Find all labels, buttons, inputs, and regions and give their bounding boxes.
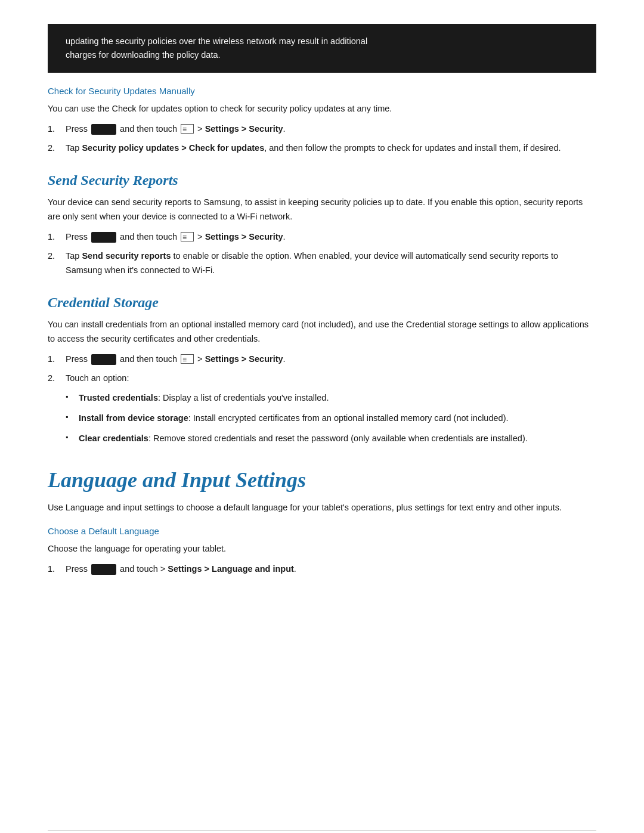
credential-bullet-1: Trusted credentials: Display a list of c… — [66, 391, 596, 405]
choose-language-intro: Choose the language for operating your t… — [48, 542, 596, 556]
step-num: 1. — [48, 122, 55, 137]
step-num: 1. — [48, 562, 55, 577]
press-button-icon — [91, 354, 116, 365]
top-continuation-box: updating the security policies over the … — [48, 24, 596, 73]
send-reports-intro: Your device can send security reports to… — [48, 196, 596, 224]
language-settings-heading: Language and Input Settings — [48, 467, 596, 493]
check-updates-steps: 1. Press and then touch > Settings > Sec… — [48, 122, 596, 156]
choose-language-step-1: 1. Press and touch > Settings > Language… — [48, 562, 596, 577]
step-num: 1. — [48, 230, 55, 244]
credential-step-2: 2. Touch an option: — [48, 371, 596, 386]
credential-storage-steps: 1. Press and then touch > Settings > Sec… — [48, 352, 596, 386]
choose-language-heading: Choose a Default Language — [48, 526, 596, 536]
top-box-text2: charges for downloading the policy data. — [66, 48, 578, 62]
content-area: Check for Security Updates Manually You … — [0, 86, 644, 577]
credential-bullet-3: Clear credentials: Remove stored credent… — [66, 432, 596, 446]
page-footer: Settings 101 — [48, 830, 596, 833]
step-num: 1. — [48, 352, 55, 367]
page-container: updating the security policies over the … — [0, 24, 644, 833]
send-reports-step-1: 1. Press and then touch > Settings > Sec… — [48, 230, 596, 244]
credential-storage-intro: You can install credentials from an opti… — [48, 318, 596, 346]
language-settings-intro: Use Language and input settings to choos… — [48, 501, 596, 515]
menu-icon — [181, 232, 194, 241]
send-reports-step-2: 2. Tap Send security reports to enable o… — [48, 249, 596, 278]
top-box-text: updating the security policies over the … — [66, 35, 578, 48]
send-reports-heading: Send Security Reports — [48, 172, 596, 188]
step-num: 2. — [48, 371, 55, 386]
send-reports-steps: 1. Press and then touch > Settings > Sec… — [48, 230, 596, 278]
choose-language-steps: 1. Press and touch > Settings > Language… — [48, 562, 596, 577]
check-updates-intro: You can use the Check for updates option… — [48, 102, 596, 116]
press-button-icon — [91, 232, 116, 243]
credential-bullet-2: Install from device storage: Install enc… — [66, 411, 596, 426]
check-updates-step-2: 2. Tap Security policy updates > Check f… — [48, 141, 596, 156]
check-updates-step-1: 1. Press and then touch > Settings > Sec… — [48, 122, 596, 137]
credential-storage-heading: Credential Storage — [48, 295, 596, 311]
menu-icon — [181, 354, 194, 364]
check-updates-heading: Check for Security Updates Manually — [48, 86, 596, 96]
step-num: 2. — [48, 249, 55, 264]
press-button-icon — [91, 124, 116, 135]
press-button-icon — [91, 564, 116, 575]
credential-bullets: Trusted credentials: Display a list of c… — [66, 391, 596, 446]
credential-step-1: 1. Press and then touch > Settings > Sec… — [48, 352, 596, 367]
step-num: 2. — [48, 141, 55, 156]
menu-icon — [181, 124, 194, 134]
